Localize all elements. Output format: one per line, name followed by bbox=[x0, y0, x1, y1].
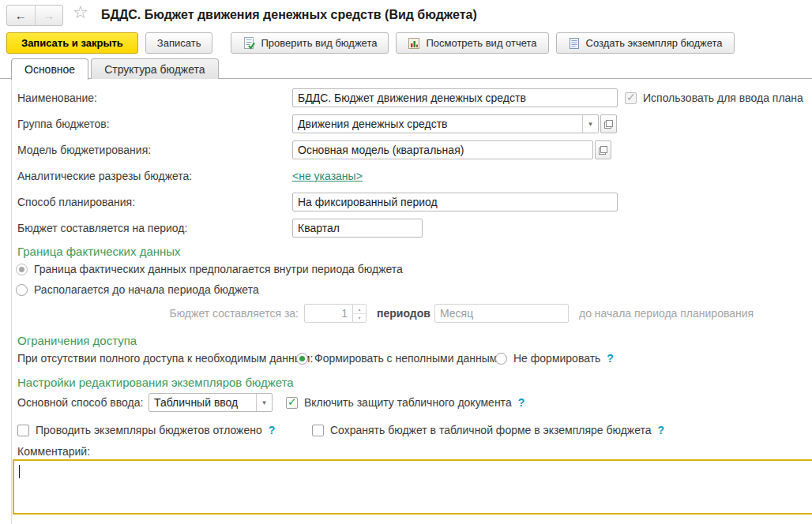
tab-budget-structure[interactable]: Структура бюджета bbox=[91, 58, 218, 79]
budget-group-row: Группа бюджетов: Движения денежных средс… bbox=[0, 114, 812, 133]
use-for-plan-checkbox[interactable] bbox=[625, 92, 637, 104]
comment-textarea[interactable] bbox=[13, 459, 812, 515]
chevron-down-icon[interactable] bbox=[256, 394, 272, 411]
save-and-close-button[interactable]: Записать и закрыть bbox=[6, 32, 138, 54]
name-row: Наименование: Использовать для ввода пла… bbox=[0, 88, 812, 107]
budget-model-label: Модель бюджетирования: bbox=[17, 140, 151, 159]
favorite-star-icon[interactable] bbox=[73, 2, 88, 23]
input-method-combo[interactable]: Табличный ввод bbox=[148, 393, 273, 412]
back-arrow-icon[interactable] bbox=[7, 6, 36, 25]
save-table-label: Сохранять бюджет в табличной форме в экз… bbox=[330, 424, 652, 436]
command-bar: Записать и закрыть Записать Проверить ви… bbox=[6, 32, 735, 54]
use-for-plan-group: Использовать для ввода плана bbox=[625, 88, 803, 107]
view-report-button[interactable]: Посмотреть вид отчета bbox=[396, 32, 548, 54]
access-partial-label: Формировать с неполными данными bbox=[314, 352, 503, 365]
use-for-plan-label: Использовать для ввода плана bbox=[643, 88, 803, 107]
compiled-for-row: Бюджет составляется за: периодов до нача… bbox=[0, 304, 812, 323]
budget-period-input[interactable] bbox=[292, 219, 423, 238]
analytics-link[interactable]: <не указаны> bbox=[292, 168, 363, 184]
fact-inside-option: Граница фактических данных предполагаетс… bbox=[16, 261, 403, 277]
text-cursor bbox=[19, 465, 20, 478]
tab-bar: Основное Структура бюджета bbox=[11, 58, 219, 80]
input-method-value: Табличный ввод bbox=[149, 396, 256, 409]
deferred-option: Проводить экземпляры бюджетов отложено ? bbox=[17, 422, 275, 438]
budget-model-row: Модель бюджетирования: bbox=[0, 140, 812, 159]
input-method-row: Основной способ ввода: Табличный ввод Вк… bbox=[0, 393, 812, 412]
access-heading: Ограничения доступа bbox=[17, 334, 137, 347]
access-row: При отсутствии полного доступа к необход… bbox=[0, 350, 812, 366]
budget-model-open-button[interactable] bbox=[595, 140, 611, 159]
access-none-label: Не формировать bbox=[513, 352, 600, 365]
budget-model-input[interactable] bbox=[292, 140, 593, 159]
document-check-icon bbox=[242, 37, 255, 50]
budget-group-combo[interactable]: Движения денежных средств bbox=[292, 114, 599, 133]
forward-arrow-icon[interactable] bbox=[36, 6, 63, 25]
save-table-checkbox[interactable] bbox=[312, 425, 324, 436]
compiled-for-label: Бюджет составляется за: bbox=[158, 304, 299, 323]
protect-help-link[interactable]: ? bbox=[518, 396, 525, 409]
check-budget-view-button[interactable]: Проверить вид бюджета bbox=[231, 32, 389, 54]
save-table-option: Сохранять бюджет в табличной форме в экз… bbox=[312, 422, 664, 438]
checkboxes-row: Проводить экземпляры бюджетов отложено ?… bbox=[0, 422, 812, 438]
protect-label: Включить защиту табличного документа bbox=[304, 396, 512, 409]
protect-checkbox[interactable] bbox=[286, 397, 298, 409]
access-help-link[interactable]: ? bbox=[607, 352, 614, 365]
history-nav bbox=[6, 5, 63, 26]
compiled-for-suffix: до начала периода планирования bbox=[579, 304, 754, 323]
budget-group-value: Движения денежных средств bbox=[293, 118, 582, 130]
budget-group-open-button[interactable] bbox=[600, 114, 617, 133]
save-table-help-link[interactable]: ? bbox=[658, 424, 665, 436]
button-label: Создать экземпляр бюджета bbox=[586, 37, 723, 49]
tab-main[interactable]: Основное bbox=[11, 58, 88, 80]
access-none-option: Не формировать ? bbox=[495, 349, 614, 368]
create-budget-instance-button[interactable]: Создать экземпляр бюджета bbox=[556, 32, 735, 54]
access-partial-option: Формировать с неполными данными bbox=[296, 349, 503, 368]
fact-before-radio[interactable] bbox=[16, 284, 28, 296]
page-title: БДДС. Бюджет движения денежных средств (… bbox=[101, 8, 477, 22]
period-kind-input[interactable] bbox=[434, 304, 569, 323]
budget-group-label: Группа бюджетов: bbox=[17, 114, 110, 133]
analytics-label: Аналитические разрезы бюджета: bbox=[17, 168, 192, 184]
report-chart-icon bbox=[408, 37, 420, 50]
fact-inside-radio[interactable] bbox=[16, 264, 28, 275]
budget-period-label: Бюджет составляется на период: bbox=[17, 219, 187, 238]
input-method-label: Основной способ ввода: bbox=[17, 393, 143, 412]
deferred-label: Проводить экземпляры бюджетов отложено bbox=[36, 424, 262, 436]
save-button[interactable]: Записать bbox=[145, 32, 213, 54]
deferred-help-link[interactable]: ? bbox=[269, 424, 276, 436]
document-icon bbox=[568, 37, 581, 50]
planning-method-input[interactable] bbox=[292, 193, 618, 211]
access-label: При отсутствии полного доступа к необход… bbox=[17, 350, 313, 366]
fact-boundary-heading: Граница фактических данных bbox=[17, 245, 181, 258]
budget-period-row: Бюджет составляется на период: bbox=[0, 219, 812, 238]
periods-count-input[interactable] bbox=[304, 304, 353, 323]
open-icon bbox=[604, 120, 613, 129]
spin-down-icon[interactable] bbox=[353, 314, 366, 323]
periods-count-stepper bbox=[353, 304, 367, 323]
button-label: Посмотреть вид отчета bbox=[426, 37, 536, 49]
name-label: Наименование: bbox=[17, 88, 97, 107]
fact-inside-label: Граница фактических данных предполагаетс… bbox=[34, 263, 403, 275]
comment-label: Комментарий: bbox=[17, 444, 90, 458]
fact-before-label: Располагается до начала периода бюджета bbox=[34, 283, 259, 296]
edit-settings-heading: Настройки редактирования экземпляров бюд… bbox=[17, 376, 294, 389]
planning-method-label: Способ планирования: bbox=[17, 193, 135, 211]
periods-unit-label: периодов bbox=[377, 304, 430, 323]
chevron-down-icon[interactable] bbox=[582, 115, 598, 133]
protect-option: Включить защиту табличного документа ? bbox=[286, 393, 524, 412]
button-label: Проверить вид бюджета bbox=[261, 37, 377, 49]
planning-method-row: Способ планирования: bbox=[0, 193, 812, 211]
access-none-radio[interactable] bbox=[495, 353, 507, 365]
fact-before-option: Располагается до начала периода бюджета bbox=[16, 282, 259, 298]
spin-up-icon[interactable] bbox=[353, 305, 366, 314]
analytics-row: Аналитические разрезы бюджета: <не указа… bbox=[0, 168, 812, 184]
deferred-checkbox[interactable] bbox=[17, 425, 29, 436]
name-input[interactable] bbox=[292, 88, 618, 107]
budget-type-form-window: БДДС. Бюджет движения денежных средств (… bbox=[0, 0, 812, 524]
open-icon bbox=[599, 146, 607, 155]
access-partial-radio[interactable] bbox=[296, 353, 308, 365]
